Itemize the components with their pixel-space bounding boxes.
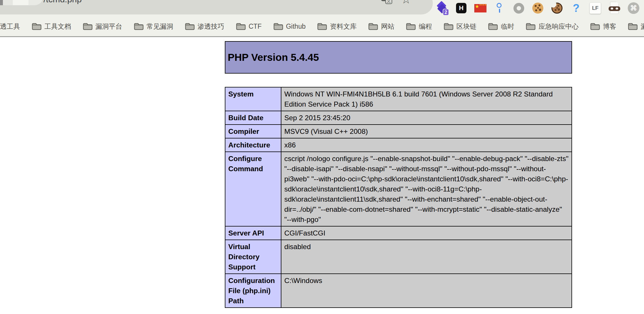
lf-extension-icon[interactable]: LF: [589, 2, 602, 14]
address-bar[interactable]: /tcmd.php G 文 ☆: [0, 0, 433, 14]
table-row: Configure Command cscript /nologo config…: [225, 152, 572, 226]
help-extension-icon[interactable]: ?: [570, 2, 583, 14]
folder-icon: [444, 22, 453, 30]
url-text: /tcmd.php: [44, 0, 82, 5]
folder-icon: [317, 22, 327, 30]
translate-icon[interactable]: G 文: [381, 0, 393, 5]
row-value: CGI/FastCGI: [281, 226, 572, 240]
table-row: Virtual Directory Support disabled: [225, 240, 572, 274]
folder-icon: [273, 22, 283, 30]
table-row: Build Date Sep 2 2015 23:45:20: [225, 111, 572, 125]
row-value: MSVC9 (Visual C++ 2008): [281, 125, 572, 138]
row-value: disabled: [281, 240, 572, 274]
folder-icon: [236, 22, 246, 30]
folder-icon: [368, 22, 378, 30]
folder-icon: [488, 22, 498, 30]
row-label: Configure Command: [225, 152, 281, 226]
bookmark-folder[interactable]: 应急响应中心: [526, 22, 578, 31]
bookmark-folder[interactable]: 区块链: [444, 22, 476, 31]
phpinfo-table: System Windows NT WIN-FMI4N1BH5LB 6.1 bu…: [225, 87, 572, 308]
bookmark-folder[interactable]: 博客: [590, 22, 616, 31]
table-row: Compiler MSVC9 (Visual C++ 2008): [225, 125, 572, 138]
china-flag-extension-icon[interactable]: ★ ★★★★: [474, 2, 487, 14]
folder-icon: [134, 22, 144, 30]
row-value: C:\Windows: [281, 274, 572, 308]
cookie-extension-icon[interactable]: [531, 2, 544, 14]
page-title: PHP Version 5.4.45: [225, 52, 319, 63]
row-label: Compiler: [225, 125, 281, 138]
row-label: Virtual Directory Support: [225, 240, 281, 274]
row-value: Windows NT WIN-FMI4N1BH5LB 6.1 build 760…: [281, 87, 572, 111]
bookmark-star-icon[interactable]: ☆: [400, 0, 413, 5]
bookmark-folder[interactable]: 编程: [406, 22, 432, 31]
table-row: Server API CGI/FastCGI: [225, 226, 572, 240]
bookmark-folder[interactable]: 工具文档: [32, 22, 71, 31]
folder-icon: [406, 22, 416, 30]
folder-icon: [83, 22, 93, 30]
row-value: Sep 2 2015 23:45:20: [281, 111, 572, 125]
hackbar-extension-icon[interactable]: H: [455, 2, 468, 14]
cookie-editor-extension-icon[interactable]: [551, 2, 563, 14]
folder-icon: [628, 22, 638, 30]
extension-badge: 2: [443, 9, 449, 16]
ring-extension-icon[interactable]: [512, 2, 525, 14]
bookmark-folder-clipped[interactable]: 透工具: [0, 22, 20, 31]
bookmark-folder[interactable]: 临时: [488, 22, 514, 31]
folder-icon: [185, 22, 195, 30]
row-value: cscript /nologo configure.js "--enable-s…: [281, 152, 572, 226]
folder-icon: [32, 22, 41, 30]
bookmark-folder[interactable]: 漏洞平台: [83, 22, 122, 31]
bookmarks-bar: 透工具 工具文档 漏洞平台 常见漏洞 渗透技巧 CTF Github 资料文库 …: [0, 17, 644, 37]
folder-icon: [526, 22, 536, 30]
bookmark-folder[interactable]: 资料文库: [317, 22, 357, 31]
bookmark-folder[interactable]: 网站: [368, 22, 394, 31]
bookmark-folder[interactable]: Github: [273, 22, 306, 30]
table-row: Configuration File (php.ini) Path C:\Win…: [225, 274, 572, 308]
bookmark-folder[interactable]: 渗透技巧: [185, 22, 224, 31]
row-label: Architecture: [225, 138, 281, 152]
php-version-header: PHP Version 5.4.45: [225, 41, 572, 74]
table-row: System Windows NT WIN-FMI4N1BH5LB 6.1 bu…: [225, 87, 572, 111]
bookmark-folder[interactable]: 常见漏洞: [134, 22, 173, 31]
row-label: System: [225, 87, 281, 111]
row-label: Build Date: [225, 111, 281, 125]
bookmark-folder[interactable]: 漏: [628, 22, 644, 31]
bookmark-folder[interactable]: CTF: [236, 22, 262, 30]
browser-toolbar: /tcmd.php G 文 ☆ 2 H ★ ★★★★: [0, 0, 644, 17]
extension-icons-row: 2 H ★ ★★★★ ? LF: [436, 2, 640, 14]
folder-icon: [590, 22, 600, 30]
row-label: Configuration File (php.ini) Path: [225, 274, 281, 308]
row-value: x86: [281, 138, 572, 152]
row-label: Server API: [225, 226, 281, 240]
url-redaction-blur: [0, 0, 43, 5]
mask-document-extension-icon[interactable]: [608, 2, 621, 14]
command-extension-icon[interactable]: ⌘: [627, 2, 640, 14]
table-row: Architecture x86: [225, 138, 572, 152]
pin-extension-icon[interactable]: [493, 2, 506, 14]
purple-stack-extension-icon[interactable]: 2: [436, 2, 448, 14]
